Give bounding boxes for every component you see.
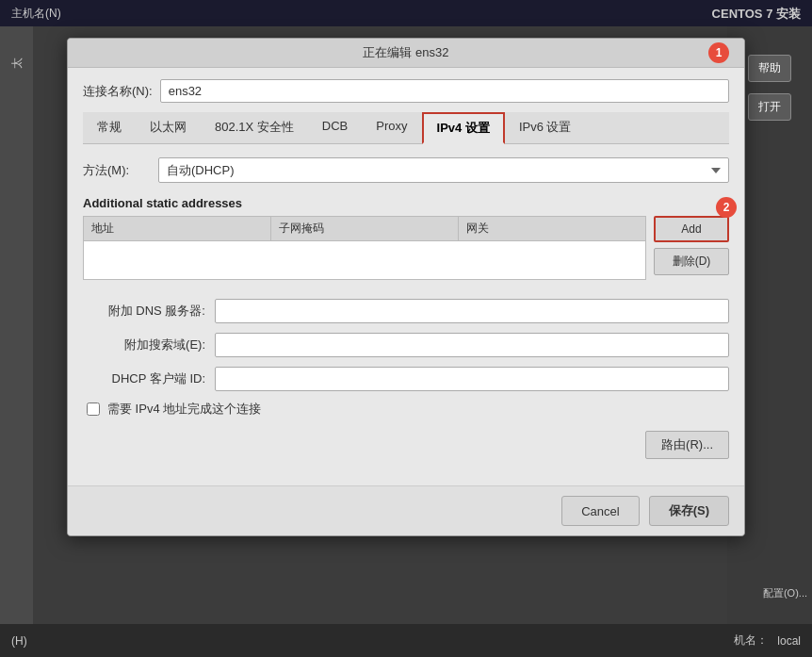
search-domain-label: 附加搜索域(E):: [83, 337, 205, 353]
method-label: 方法(M):: [83, 162, 149, 179]
topbar-title: 主机名(N): [11, 6, 61, 22]
hostname-label: 机名：: [734, 632, 768, 649]
section-title: Additional static addresses: [83, 196, 729, 210]
ipv4-required-label: 需要 IPv4 地址完成这个连接: [107, 401, 261, 418]
address-table-container: 地址 子网掩码 网关: [83, 216, 646, 287]
tabs-container: 常规 以太网 802.1X 安全性 DCB Proxy IPv4 设置 IPv6…: [83, 112, 729, 144]
dialog-title: 正在编辑 ens32: [363, 45, 448, 59]
address-table-body: [84, 241, 645, 279]
ipv4-required-checkbox[interactable]: [87, 402, 100, 416]
tab-ipv6[interactable]: IPv6 设置: [505, 112, 586, 144]
dhcp-row: DHCP 客户端 ID:: [83, 367, 729, 391]
dialog-titlebar: 正在编辑 ens32 1: [68, 39, 744, 68]
cancel-button[interactable]: Cancel: [561, 496, 639, 526]
address-buttons: 2 Add 删除(D): [654, 216, 729, 287]
method-select[interactable]: 自动(DHCP) 手动 仅本地链接 共享到其他计算机 禁用: [158, 157, 729, 183]
bottom-h-label: (H): [11, 634, 27, 648]
badge-1: 1: [708, 42, 729, 63]
search-domain-input[interactable]: [215, 333, 729, 357]
dns-input[interactable]: [215, 299, 729, 323]
conn-name-label: 连接名称(N):: [83, 83, 153, 100]
open-button[interactable]: 打开: [748, 93, 791, 121]
col-gateway: 网关: [459, 217, 645, 240]
hostname-value: local: [777, 634, 801, 648]
save-button[interactable]: 保存(S): [649, 496, 729, 526]
dhcp-input[interactable]: [215, 367, 729, 391]
left-panel-text: 太: [8, 57, 24, 69]
config-button[interactable]: 配置(O)...: [763, 586, 807, 600]
tab-dcb[interactable]: DCB: [308, 112, 362, 144]
tab-ethernet[interactable]: 以太网: [136, 112, 201, 144]
badge-2: 2: [716, 197, 737, 218]
col-subnet: 子网掩码: [271, 217, 459, 240]
ipv4-required-row: 需要 IPv4 地址完成这个连接: [87, 401, 729, 418]
dns-label: 附加 DNS 服务器:: [83, 303, 205, 320]
add-button[interactable]: Add: [654, 216, 729, 242]
dhcp-label: DHCP 客户端 ID:: [83, 370, 205, 387]
bottom-bar: (H) 机名： local: [0, 624, 812, 657]
method-row: 方法(M): 自动(DHCP) 手动 仅本地链接 共享到其他计算机 禁用: [83, 157, 729, 183]
connection-name-row: 连接名称(N):: [83, 79, 729, 103]
tab-general[interactable]: 常规: [83, 112, 136, 144]
tab-8021x[interactable]: 802.1X 安全性: [201, 112, 308, 144]
conn-name-input[interactable]: [160, 79, 729, 103]
left-panel: 太: [0, 26, 33, 657]
dialog-body: 连接名称(N): 常规 以太网 802.1X 安全性 DCB Proxy IPv…: [68, 68, 744, 485]
delete-button[interactable]: 删除(D): [654, 248, 729, 275]
dns-row: 附加 DNS 服务器:: [83, 299, 729, 323]
col-address: 地址: [84, 217, 271, 240]
route-button[interactable]: 路由(R)...: [645, 431, 729, 459]
dialog: 正在编辑 ens32 1 连接名称(N): 常规 以太网 802.1X 安全性 …: [67, 38, 745, 536]
address-section: 地址 子网掩码 网关 2 Add 删除(D): [83, 216, 729, 287]
dialog-footer: Cancel 保存(S): [68, 485, 744, 535]
tab-ipv4[interactable]: IPv4 设置: [422, 112, 505, 144]
address-table-header: 地址 子网掩码 网关: [84, 217, 645, 241]
centos-label: CENTOS 7 安装: [712, 6, 801, 23]
address-table: 地址 子网掩码 网关: [83, 216, 646, 280]
tab-proxy[interactable]: Proxy: [362, 112, 421, 144]
help-button[interactable]: 帮助: [748, 55, 791, 82]
os-topbar: 主机名(N) CENTOS 7 安装: [0, 0, 812, 26]
route-row: 路由(R)...: [83, 431, 729, 459]
search-domain-row: 附加搜索域(E):: [83, 333, 729, 357]
